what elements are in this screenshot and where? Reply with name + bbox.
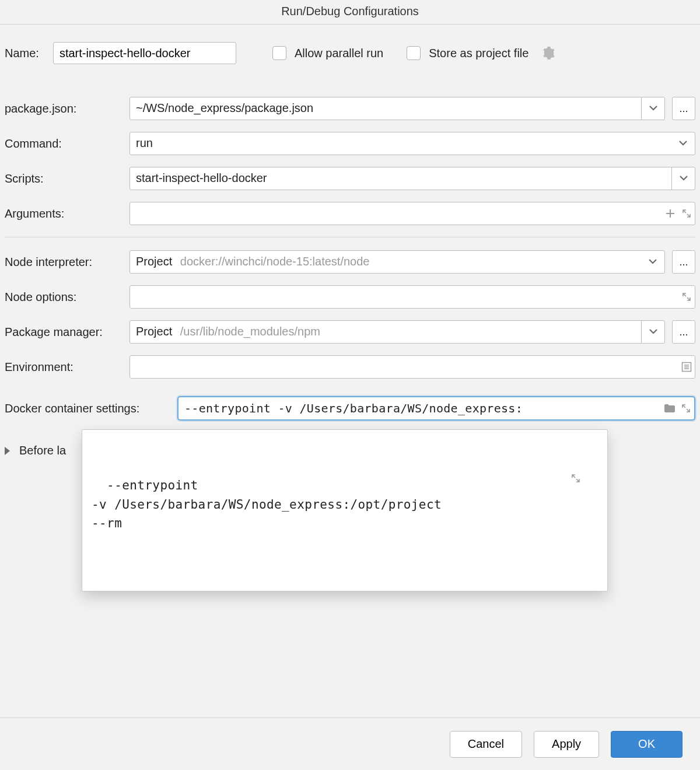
environment-label: Environment: [5,360,130,374]
section-divider [5,237,695,237]
docker-settings-field[interactable]: --entrypoint -v /Users/barbara/WS/node_e… [177,396,695,421]
expand-icon[interactable] [678,404,694,413]
node-interpreter-value: docker://winchci/node-15:latest/node [180,255,370,268]
node-interpreter-label: Node interpreter: [5,256,130,269]
node-interpreter-browse-button[interactable]: ... [672,250,695,274]
node-interpreter-prefix: Project [136,255,172,268]
chevron-down-icon[interactable] [671,132,695,155]
expand-icon[interactable] [678,202,695,225]
gear-icon[interactable] [542,47,555,60]
allow-parallel-label: Allow parallel run [295,47,383,60]
apply-button[interactable]: Apply [534,731,599,758]
store-project-label: Store as project file [429,47,528,60]
package-manager-label: Package manager: [5,326,130,339]
command-label: Command: [5,137,130,150]
dialog-footer: Cancel Apply OK [0,718,700,770]
environment-field[interactable] [130,355,695,379]
package-manager-value: /usr/lib/node_modules/npm [180,325,320,338]
node-options-field[interactable] [130,285,695,309]
name-label: Name: [5,47,39,60]
folder-icon[interactable] [662,404,678,413]
dialog-title: Run/Debug Configurations [0,0,700,24]
docker-settings-value: --entrypoint -v /Users/barbara/WS/node_e… [178,401,662,415]
list-icon[interactable] [678,356,695,378]
package-manager-browse-button[interactable]: ... [672,320,695,344]
package-json-label: package.json: [5,102,130,116]
expand-icon[interactable] [678,286,695,308]
package-json-field[interactable]: ~/WS/node_express/package.json [130,97,665,120]
package-json-browse-button[interactable]: ... [672,97,695,120]
node-options-value [130,286,678,308]
package-manager-prefix: Project [136,325,172,338]
node-interpreter-field[interactable]: Project docker://winchci/node-15:latest/… [130,250,665,274]
before-launch-label: Before la [19,444,66,457]
chevron-down-icon[interactable] [641,97,664,120]
allow-parallel-group[interactable]: Allow parallel run [272,46,383,60]
arguments-value [130,202,662,225]
docker-settings-popup: --entrypoint -v /Users/barbara/WS/node_e… [82,429,608,592]
docker-settings-popup-text: --entrypoint -v /Users/barbara/WS/node_e… [92,478,442,530]
docker-settings-label: Docker container settings: [5,402,177,415]
chevron-down-icon[interactable] [671,167,695,190]
package-manager-field[interactable]: Project /usr/lib/node_modules/npm [130,320,665,344]
plus-icon[interactable] [662,202,678,225]
allow-parallel-checkbox[interactable] [272,46,286,60]
command-field[interactable]: run [130,132,695,155]
arguments-field[interactable] [130,202,695,225]
name-input[interactable] [53,42,236,64]
store-project-group[interactable]: Store as project file [407,46,555,60]
node-options-label: Node options: [5,290,130,304]
chevron-down-icon[interactable] [641,321,664,343]
environment-value [130,356,678,378]
scripts-field[interactable]: start-inspect-hello-docker [130,167,695,190]
cancel-button[interactable]: Cancel [450,731,522,758]
scripts-label: Scripts: [5,172,130,186]
collapse-icon[interactable] [571,436,601,521]
package-json-value: ~/WS/node_express/package.json [130,97,641,120]
chevron-down-icon[interactable] [641,251,664,273]
name-row: Name: Allow parallel run Store as projec… [5,42,695,64]
scripts-value: start-inspect-hello-docker [130,167,671,190]
arguments-label: Arguments: [5,207,130,220]
ok-button[interactable]: OK [611,731,682,758]
triangle-right-icon [5,447,10,455]
store-project-checkbox[interactable] [407,46,421,60]
command-value: run [130,132,671,155]
